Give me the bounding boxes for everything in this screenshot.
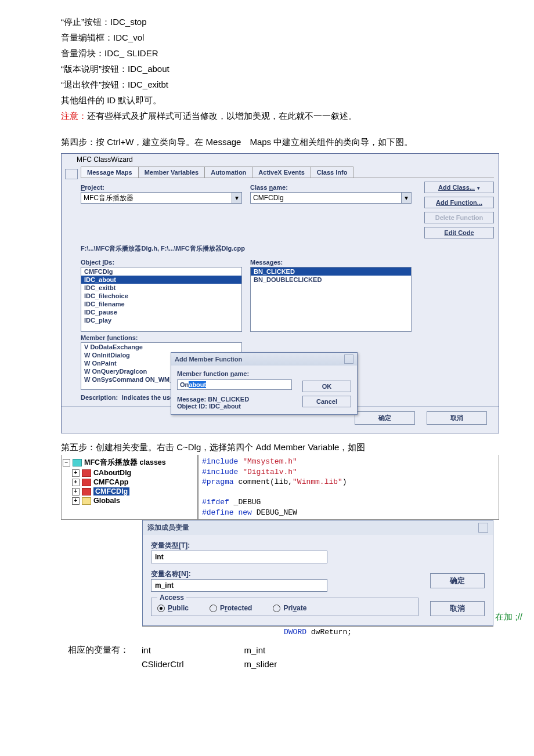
note-line: 注意：还有些样式及扩展样式可适当修改，以增加美观，在此就不一一叙述。 (61, 108, 499, 124)
messages-label: Messages: (250, 259, 412, 266)
list-item[interactable]: V DoDataExchange (81, 343, 241, 351)
cancel-button[interactable]: 取消 (427, 411, 487, 425)
step5-text: 第五步：创建相关变量。右击 C~Dlg，选择第四个 Add Member Var… (61, 439, 499, 455)
ide-split: −MFC音乐播放器 classes +CAboutDlg +CMFCApp +C… (61, 455, 499, 520)
vars-intro: 相应的变量有： (62, 643, 135, 657)
access-legend: Access (157, 594, 186, 602)
add-member-function-dialog: Add Member Function Member function name… (171, 352, 358, 415)
dropdown-icon[interactable]: ▾ (402, 192, 412, 204)
amf-cancel-button[interactable]: Cancel (302, 396, 351, 407)
side-code-fragment: 在加 ;// (495, 612, 522, 623)
expand-icon[interactable]: + (72, 469, 80, 477)
collapse-icon[interactable]: − (63, 459, 70, 466)
close-icon[interactable] (344, 355, 353, 364)
class-icon (82, 469, 91, 477)
list-item[interactable]: BN_DOUBLECLICKED (251, 276, 411, 284)
text-line: 音量编辑框：IDC_vol (61, 30, 499, 45)
list-item[interactable]: IDC_exitbt (81, 284, 241, 292)
list-item[interactable]: CMFCDlg (81, 267, 241, 276)
tab-message-maps[interactable]: Message Maps (81, 167, 139, 178)
list-item[interactable]: IDC_play (81, 316, 241, 324)
amv-ok-button[interactable]: 确定 (430, 573, 485, 588)
file-path: F:\...\MFC音乐播放器Dlg.h, F:\...\MFC音乐播放器Dlg… (81, 244, 494, 253)
variables-table: 相应的变量有： int m_int CSliderCtrl m_slider (61, 642, 284, 671)
list-item[interactable]: IDC_filechoice (81, 292, 241, 300)
ok-button[interactable]: 确定 (355, 411, 415, 425)
var-type-label: 变量类型[T]: (151, 541, 418, 551)
amv-title-bar: 添加成员变量 (143, 520, 493, 535)
amf-name-input[interactable]: Onabout (177, 379, 292, 390)
amf-title-bar: Add Member Function (171, 353, 357, 366)
access-group: Access Public Protected Private (151, 598, 418, 616)
project-label: PProject:roject: (81, 184, 242, 191)
list-item[interactable]: IDC_pause (81, 308, 241, 316)
class-tree[interactable]: −MFC音乐播放器 classes +CAboutDlg +CMFCApp +C… (62, 455, 199, 519)
close-icon[interactable] (478, 523, 488, 533)
classwizard-dialog: MFC ClassWizard Message Maps Member Vari… (61, 153, 499, 433)
expand-icon[interactable]: + (72, 497, 80, 505)
list-item[interactable]: BN_CLICKED (251, 267, 411, 276)
left-strip (62, 165, 81, 406)
radio-icon (210, 605, 217, 612)
radio-icon (273, 605, 280, 612)
memberfns-label: Member functions: (81, 334, 242, 341)
classes-icon (73, 459, 82, 466)
tab-activex-events[interactable]: ActiveX Events (252, 167, 311, 178)
classname-input[interactable] (250, 192, 402, 204)
delete-function-button[interactable]: Delete Function (424, 212, 494, 223)
dialog-title-bar: MFC ClassWizard (62, 154, 499, 165)
classname-combo[interactable]: ▾ (250, 192, 412, 204)
messages-listbox[interactable]: BN_CLICKED BN_DOUBLECLICKED (250, 267, 412, 332)
tree-node[interactable]: CMFCApp (93, 478, 128, 486)
class-icon (82, 488, 91, 495)
code-pane: #include "Mmsystem.h" #include "Digitalv… (199, 455, 499, 519)
text-line: 其他组件的 ID 默认即可。 (61, 92, 499, 108)
tree-node[interactable]: CAboutDlg (93, 469, 131, 477)
strip-icon (65, 169, 78, 179)
objectids-listbox[interactable]: CMFCDlg IDC_about IDC_exitbt IDC_filecho… (81, 267, 242, 332)
var-type: CSliderCtrl (136, 658, 190, 670)
amv-cancel-button[interactable]: 取消 (430, 601, 485, 616)
text-line: “版本说明”按钮：IDC_about (61, 61, 499, 77)
text-line: 音量滑块：IDC_ SLIDER (61, 45, 499, 61)
radio-protected[interactable]: Protected (210, 604, 252, 612)
tab-strip: Message Maps Member Variables Automation… (81, 167, 494, 178)
tab-class-info[interactable]: Class Info (311, 167, 354, 178)
radio-icon (157, 605, 165, 612)
add-function-button[interactable]: Add Function... (424, 197, 494, 208)
code-line: DWORD dwReturn; (142, 626, 493, 638)
amf-ok-button[interactable]: OK (302, 381, 351, 392)
tree-node-selected[interactable]: CMFCDlg (93, 487, 129, 495)
dropdown-icon[interactable]: ▾ (232, 192, 242, 204)
objectids-label: Object IDs: (81, 259, 242, 266)
var-type: int (136, 643, 190, 657)
class-icon (82, 479, 91, 486)
add-member-variable-dialog: 添加成员变量 变量类型[T]: 变量名称[N]: Access Public P… (142, 520, 493, 626)
var-name-input[interactable] (151, 579, 327, 592)
var-name: m_slider (239, 658, 283, 670)
var-name: m_int (239, 643, 283, 657)
description-label: Description: (81, 394, 118, 401)
project-combo[interactable]: ▾ (81, 192, 242, 204)
radio-private[interactable]: Private (273, 604, 306, 612)
text-line: “停止”按钮：IDC_stop (61, 14, 499, 30)
var-name-label: 变量名称[N]: (151, 569, 418, 579)
edit-code-button[interactable]: Edit Code (424, 227, 494, 238)
project-input[interactable] (81, 192, 232, 204)
tab-member-variables[interactable]: Member Variables (138, 167, 205, 178)
amf-name-label: Member function name: (177, 370, 351, 377)
classname-label: Class name: (250, 184, 412, 191)
list-item[interactable]: IDC_about (81, 276, 241, 284)
var-type-input[interactable] (151, 551, 327, 563)
tab-automation[interactable]: Automation (204, 167, 252, 178)
folder-icon (82, 497, 91, 505)
expand-icon[interactable]: + (72, 479, 80, 486)
expand-icon[interactable]: + (72, 488, 80, 495)
app-icon (65, 157, 73, 163)
tree-root[interactable]: MFC音乐播放器 classes (84, 458, 166, 468)
dialog-title: MFC ClassWizard (77, 155, 133, 164)
radio-public[interactable]: Public (157, 604, 189, 612)
tree-node[interactable]: Globals (93, 497, 120, 505)
list-item[interactable]: IDC_filename (81, 300, 241, 308)
add-class-button[interactable]: Add Class...▾ (424, 182, 494, 193)
